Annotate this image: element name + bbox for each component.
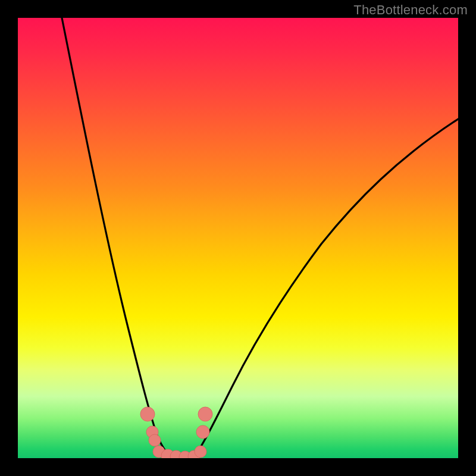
svg-point-10	[198, 407, 212, 421]
bottleneck-curve	[18, 18, 458, 458]
plot-area	[18, 18, 458, 458]
curve-right-branch	[194, 119, 458, 457]
svg-point-2	[149, 434, 161, 446]
watermark-text: TheBottleneck.com	[353, 2, 468, 18]
svg-point-0	[140, 407, 155, 421]
marker-cluster	[140, 407, 212, 458]
svg-point-8	[195, 446, 206, 458]
outer-frame: TheBottleneck.com	[0, 0, 476, 476]
svg-point-9	[196, 425, 209, 439]
curve-left-branch	[62, 18, 171, 457]
